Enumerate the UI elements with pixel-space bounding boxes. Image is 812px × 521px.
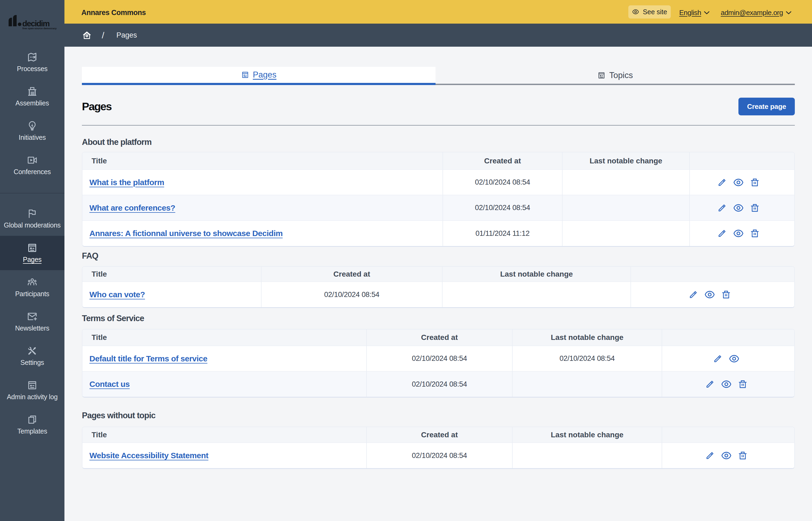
svg-text:free open-source democracy: free open-source democracy (23, 27, 57, 30)
